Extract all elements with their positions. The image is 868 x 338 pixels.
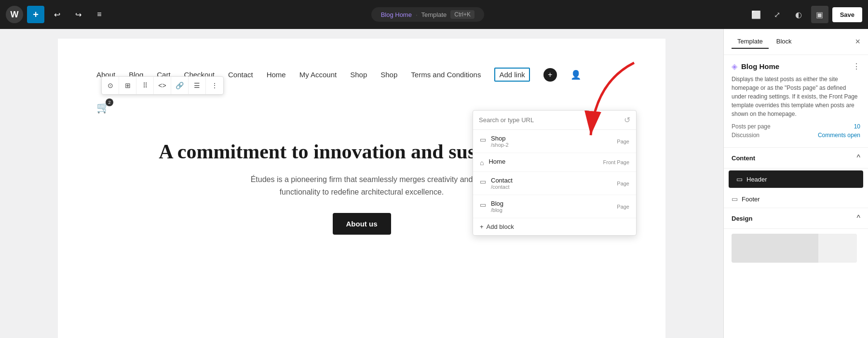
block-tool-circle[interactable]: ⊙: [102, 77, 119, 94]
tab-block[interactable]: Block: [771, 35, 798, 49]
sidebar-close-button[interactable]: ×: [855, 37, 860, 47]
nav-shop-1[interactable]: Shop: [350, 70, 367, 79]
search-input[interactable]: [479, 116, 620, 124]
block-tool-link[interactable]: 🔗: [171, 77, 189, 94]
add-block-label: Add block: [487, 223, 514, 230]
design-preview-right: [818, 234, 857, 263]
posts-per-page-label: Posts per page: [732, 123, 771, 130]
nav-add-link[interactable]: Add link: [494, 68, 529, 82]
sidebar-header: Template Block ×: [724, 29, 868, 55]
dropdown-item-shop[interactable]: ▭ Shop /shop-2 Page: [473, 130, 636, 153]
cart-icon-wrap: 🛒 2: [96, 101, 109, 114]
settings-button[interactable]: ▣: [811, 6, 828, 23]
nav-add-button[interactable]: +: [543, 68, 557, 82]
design-section-title: Design: [732, 215, 752, 222]
discussion-row: Discussion Comments open: [732, 132, 860, 139]
hero-subtitle: Études is a pioneering firm that seamles…: [241, 173, 482, 198]
tab-template[interactable]: Template: [732, 35, 769, 49]
block-icon: ◈: [732, 62, 737, 71]
search-refresh-icon[interactable]: ↺: [624, 115, 630, 125]
design-preview-left: [732, 234, 818, 263]
block-toolbar: ⊙ ⊞ ⠿ <> 🔗 ☰ ⋮: [101, 76, 224, 95]
wp-logo[interactable]: W: [6, 6, 23, 23]
contact-slug: /contact: [491, 184, 612, 190]
block-description: Displays the latest posts as either the …: [732, 75, 860, 118]
breadcrumb[interactable]: Blog Home · Template Ctrl+K: [371, 7, 484, 22]
content-section-title: Content: [732, 155, 755, 162]
home-page-icon: ⌂: [480, 159, 484, 167]
shop-name: Shop: [491, 135, 612, 142]
blog-slug: /blog: [491, 207, 612, 213]
design-preview-wrap: [724, 229, 868, 268]
contrast-button[interactable]: ◐: [790, 6, 807, 23]
breadcrumb-title: Blog Home: [381, 11, 412, 18]
cart-badge: 2: [106, 99, 113, 106]
desktop-view-button[interactable]: ⬜: [747, 6, 765, 23]
main-layout: ⊙ ⊞ ⠿ <> 🔗 ☰ ⋮ About Blog Cart Checkout …: [0, 29, 868, 338]
nav-contact[interactable]: Contact: [228, 70, 253, 79]
nav-terms[interactable]: Terms and Conditions: [411, 70, 481, 79]
home-name: Home: [488, 158, 598, 165]
canvas-area: ⊙ ⊞ ⠿ <> 🔗 ☰ ⋮ About Blog Cart Checkout …: [0, 29, 723, 338]
blog-page-icon: ▭: [480, 201, 486, 209]
nav-shop-2[interactable]: Shop: [380, 70, 397, 79]
block-tool-code[interactable]: <>: [154, 77, 171, 94]
hero-cta-button[interactable]: About us: [333, 213, 391, 235]
discussion-label: Discussion: [732, 132, 760, 139]
posts-per-page-value[interactable]: 10: [854, 123, 860, 130]
block-tool-more[interactable]: ⋮: [206, 77, 223, 94]
sidebar-block-title-row: ◈ Blog Home ⋮: [732, 62, 860, 71]
list-view-button[interactable]: ≡: [91, 6, 108, 23]
blog-type: Page: [617, 204, 629, 210]
search-input-wrap: ↺: [473, 111, 636, 130]
design-section-toggle[interactable]: ^: [856, 214, 860, 223]
block-tool-layout[interactable]: ⊞: [119, 77, 136, 94]
dropdown-item-home[interactable]: ⌂ Home Front Page: [473, 153, 636, 172]
content-item-footer[interactable]: ▭ Footer: [724, 190, 868, 208]
discussion-value[interactable]: Comments open: [818, 132, 860, 139]
cart-icon[interactable]: 🛒 2: [96, 101, 109, 114]
content-item-header[interactable]: ▭ Header: [729, 170, 863, 188]
breadcrumb-separator: ·: [416, 11, 418, 18]
add-block-plus-icon: +: [480, 223, 484, 230]
design-preview: [732, 234, 857, 263]
posts-per-page-row: Posts per page 10: [732, 123, 860, 130]
nav-my-account[interactable]: My Account: [299, 70, 337, 79]
undo-button[interactable]: ↩: [48, 6, 66, 23]
contact-type: Page: [617, 181, 629, 186]
header-label: Header: [746, 176, 767, 183]
block-tool-move[interactable]: ⠿: [136, 77, 154, 94]
shop-type: Page: [617, 139, 629, 144]
toolbar-center: Blog Home · Template Ctrl+K: [112, 7, 744, 22]
block-name: Blog Home: [741, 62, 779, 70]
redo-button[interactable]: ↪: [69, 6, 87, 23]
top-toolbar: W + ↩ ↪ ≡ Blog Home · Template Ctrl+K ⬜ …: [0, 0, 868, 29]
sidebar: Template Block × ◈ Blog Home ⋮ Displays …: [723, 29, 868, 338]
block-menu-icon[interactable]: ⋮: [853, 62, 860, 71]
design-section-header: Design ^: [724, 208, 868, 229]
add-block-dropdown-item[interactable]: + Add block: [473, 218, 636, 235]
breadcrumb-template: Template: [421, 11, 447, 18]
footer-block-icon: ▭: [732, 195, 738, 203]
dropdown-item-blog[interactable]: ▭ Blog /blog Page: [473, 195, 636, 218]
shop-page-icon: ▭: [480, 136, 486, 143]
dropdown-item-contact[interactable]: ▭ Contact /contact Page: [473, 172, 636, 195]
home-type: Front Page: [603, 159, 629, 165]
add-block-button[interactable]: +: [27, 6, 44, 23]
keyboard-shortcut: Ctrl+K: [450, 10, 475, 19]
sidebar-block-section: ◈ Blog Home ⋮ Displays the latest posts …: [724, 55, 868, 148]
sidebar-meta: Posts per page 10 Discussion Comments op…: [732, 123, 860, 139]
footer-label: Footer: [742, 196, 760, 203]
block-tool-align[interactable]: ☰: [189, 77, 206, 94]
content-section-toggle[interactable]: ^: [856, 154, 860, 162]
header-block-icon: ▭: [736, 175, 743, 183]
nav-user-icon[interactable]: 👤: [570, 70, 581, 80]
nav-home[interactable]: Home: [267, 70, 286, 79]
contact-name: Contact: [491, 177, 612, 184]
save-button[interactable]: Save: [832, 7, 862, 22]
blog-name: Blog: [491, 200, 612, 207]
toolbar-right: ⬜ ⤢ ◐ ▣ Save: [747, 6, 862, 23]
fullscreen-button[interactable]: ⤢: [769, 6, 786, 23]
page-wrapper: ⊙ ⊞ ⠿ <> 🔗 ☰ ⋮ About Blog Cart Checkout …: [58, 39, 665, 338]
content-section-header: Content ^: [724, 148, 868, 169]
